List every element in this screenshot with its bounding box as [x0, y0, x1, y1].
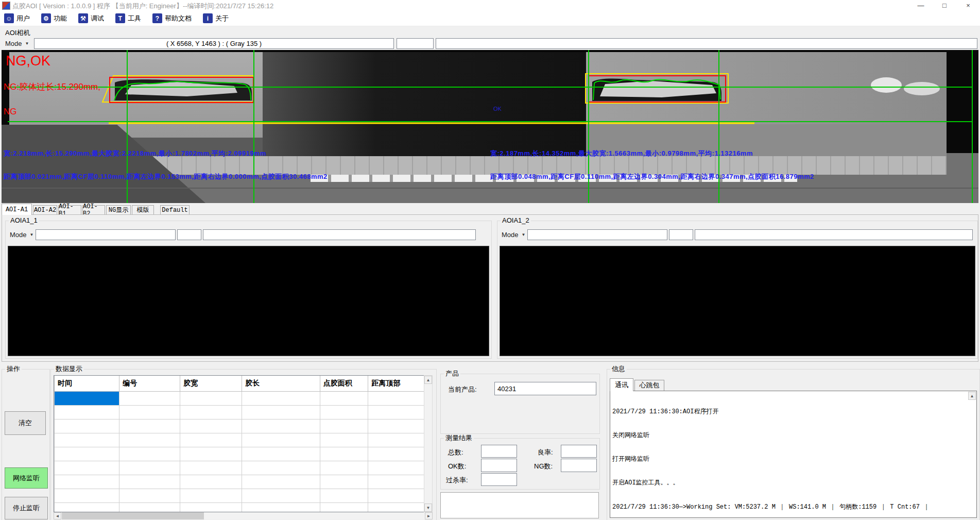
toolbar-debug-button[interactable]: ⚒ 调试 — [78, 13, 104, 23]
stop-listen-button[interactable]: 停止监听 — [5, 497, 48, 519]
column-header-glue-length[interactable]: 胶长 — [242, 376, 320, 392]
overkill-rate-field[interactable] — [481, 473, 517, 486]
table-cell[interactable] — [180, 447, 242, 461]
table-cell[interactable] — [368, 433, 432, 447]
table-vertical-scrollbar[interactable]: ▲ ▼ — [424, 375, 433, 512]
table-cell[interactable] — [320, 420, 368, 433]
current-product-field[interactable]: 40231 — [494, 382, 596, 395]
table-cell[interactable] — [320, 461, 368, 475]
aoia1-1-mode-combo[interactable]: Mode ▼ — [10, 231, 33, 239]
camera-mode-combo[interactable]: Mode ▼ — [5, 40, 29, 47]
tab-default[interactable]: Default — [160, 205, 190, 214]
scroll-up-icon[interactable]: ▲ — [424, 376, 432, 384]
table-cell[interactable] — [55, 392, 119, 406]
table-cell[interactable] — [242, 475, 320, 489]
table-cell[interactable] — [320, 392, 368, 406]
table-cell[interactable] — [119, 447, 180, 461]
scrollbar-thumb[interactable] — [62, 512, 204, 519]
close-button[interactable]: × — [956, 0, 980, 11]
table-cell[interactable] — [119, 489, 180, 503]
table-cell[interactable] — [320, 489, 368, 503]
table-cell[interactable] — [368, 489, 432, 503]
column-header-glue-area[interactable]: 点胶面积 — [320, 376, 368, 392]
table-cell[interactable] — [242, 503, 320, 513]
aoia1-1-field-3[interactable] — [203, 229, 476, 240]
ok-count-field[interactable] — [481, 459, 517, 472]
table-cell[interactable] — [55, 406, 119, 420]
table-cell[interactable] — [242, 447, 320, 461]
total-count-field[interactable] — [481, 445, 517, 458]
toolbar-help-button[interactable]: ? 帮助文档 — [152, 13, 192, 23]
aoia1-2-field-2[interactable] — [669, 229, 693, 240]
table-cell[interactable] — [368, 392, 432, 406]
scroll-left-icon[interactable]: ◄ — [54, 512, 61, 519]
table-cell[interactable] — [242, 406, 320, 420]
table-cell[interactable] — [119, 420, 180, 433]
table-horizontal-scrollbar[interactable]: ◄ ► — [54, 512, 433, 519]
table-cell[interactable] — [180, 392, 242, 406]
table-cell[interactable] — [180, 475, 242, 489]
table-cell[interactable] — [55, 433, 119, 447]
table-cell[interactable] — [119, 503, 180, 513]
minimize-button[interactable]: — — [909, 0, 933, 11]
table-cell[interactable] — [368, 447, 432, 461]
network-listen-button[interactable]: 网络监听 — [5, 467, 48, 489]
camera-coords-field[interactable]: ( X 6568, Y 1463 ) : ( Gray 135 ) — [34, 38, 394, 49]
table-cell[interactable] — [55, 489, 119, 503]
toolbar-function-button[interactable]: ⚙ 功能 — [41, 13, 67, 23]
table-cell[interactable] — [180, 461, 242, 475]
toolbar-tools-button[interactable]: T 工具 — [115, 13, 141, 23]
column-header-dist-top[interactable]: 距离顶部 — [368, 376, 432, 392]
table-cell[interactable] — [119, 433, 180, 447]
table-cell[interactable] — [368, 406, 432, 420]
table-cell[interactable] — [368, 503, 432, 513]
table-cell[interactable] — [180, 503, 242, 513]
scroll-up-icon[interactable]: ▲ — [968, 392, 976, 400]
column-header-time[interactable]: 时间 — [55, 376, 119, 392]
table-cell[interactable] — [180, 420, 242, 433]
table-cell[interactable] — [119, 461, 180, 475]
tab-aoi-b1[interactable]: AOI-B1 — [58, 205, 81, 214]
table-cell[interactable] — [242, 461, 320, 475]
table-cell[interactable] — [242, 392, 320, 406]
tab-aoi-a2[interactable]: AOI-A2 — [33, 205, 57, 214]
toolbar-about-button[interactable]: i 关于 — [203, 13, 229, 23]
toolbar-user-button[interactable]: ☺ 用户 — [4, 13, 30, 23]
aoia1-2-field-3[interactable] — [695, 229, 973, 240]
result-list-box[interactable] — [440, 492, 599, 518]
tab-heartbeat[interactable]: 心跳包 — [634, 380, 664, 391]
table-cell[interactable] — [320, 406, 368, 420]
ng-count-field[interactable] — [561, 459, 597, 472]
aoia1-2-field-1[interactable] — [527, 229, 667, 240]
table-cell[interactable] — [55, 475, 119, 489]
table-cell[interactable] — [320, 475, 368, 489]
table-cell[interactable] — [180, 433, 242, 447]
camera-aux-field-2[interactable] — [436, 38, 977, 49]
scroll-down-icon[interactable]: ▼ — [424, 504, 432, 512]
table-cell[interactable] — [320, 447, 368, 461]
table-cell[interactable] — [180, 406, 242, 420]
tab-ng-display[interactable]: NG显示 — [106, 205, 131, 214]
aoia1-2-image-view[interactable] — [500, 246, 975, 356]
aoia1-1-field-1[interactable] — [36, 229, 176, 240]
aoia1-1-image-view[interactable] — [8, 246, 489, 356]
table-cell[interactable] — [55, 447, 119, 461]
camera-aux-field-1[interactable] — [397, 38, 434, 49]
aoia1-1-field-2[interactable] — [177, 229, 201, 240]
table-cell[interactable] — [368, 420, 432, 433]
tab-aoi-b2[interactable]: AOI-B2 — [82, 205, 105, 214]
table-cell[interactable] — [55, 503, 119, 513]
table-cell[interactable] — [242, 433, 320, 447]
table-cell[interactable] — [368, 461, 432, 475]
table-cell[interactable] — [180, 489, 242, 503]
table-cell[interactable] — [368, 475, 432, 489]
tab-comm[interactable]: 通讯 — [610, 378, 633, 391]
aoia1-2-mode-combo[interactable]: Mode ▼ — [502, 231, 525, 239]
yield-field[interactable] — [561, 445, 597, 458]
column-header-id[interactable]: 编号 — [119, 376, 180, 392]
tab-aoi-a1[interactable]: AOI-A1 — [2, 204, 32, 215]
table-cell[interactable] — [242, 420, 320, 433]
maximize-button[interactable]: □ — [933, 0, 956, 11]
column-header-glue-width[interactable]: 胶宽 — [180, 376, 242, 392]
clear-button[interactable]: 清空 — [5, 411, 46, 435]
